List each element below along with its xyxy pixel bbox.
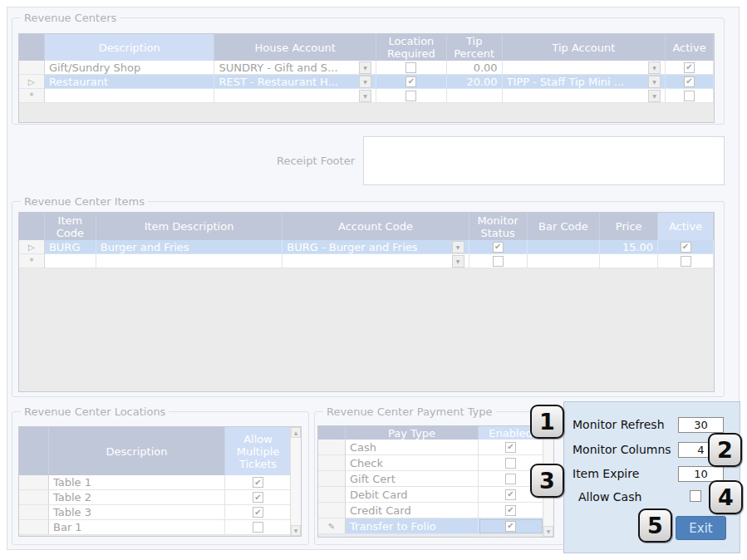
house-account-combo[interactable]: ▼ [214, 89, 376, 103]
row-selector[interactable] [19, 520, 49, 535]
checkbox[interactable]: ✔ [405, 91, 416, 101]
location-required-cell[interactable]: ✔ [376, 61, 447, 75]
description-cell[interactable] [45, 89, 215, 103]
location-description-cell[interactable]: Table 2 [49, 490, 225, 505]
account-code-combo[interactable]: BURG - Burger and Fries▼ [283, 240, 469, 254]
monitor-status-cell[interactable]: ✔ [469, 240, 528, 254]
active-cell[interactable]: ✔ [658, 254, 714, 268]
item-description-cell[interactable]: Burger and Fries [96, 240, 283, 254]
enabled-cell[interactable]: ✔ [479, 440, 543, 455]
enabled-cell[interactable]: ✔ [479, 503, 543, 518]
tip-percent-cell[interactable] [447, 89, 503, 103]
location-description-cell[interactable]: Table 1 [49, 475, 225, 490]
location-required-cell[interactable]: ✔ [376, 75, 447, 89]
item-code-cell[interactable]: BURG [45, 240, 96, 254]
pay-type-cell[interactable]: Check [346, 455, 479, 471]
account-code-combo[interactable]: ▼ [283, 254, 469, 268]
checkbox[interactable]: ✔ [684, 62, 695, 73]
bar-code-cell[interactable] [528, 254, 601, 268]
row-selector[interactable] [19, 505, 49, 520]
checkbox[interactable]: ✔ [505, 442, 516, 453]
house-account-combo[interactable]: REST - Restaurant H...▼ [214, 75, 376, 89]
row-selector[interactable] [318, 440, 346, 455]
price-cell[interactable] [600, 254, 658, 268]
dropdown-icon[interactable]: ▼ [648, 76, 661, 88]
allow-cash-checkbox[interactable]: ✔ [690, 490, 701, 502]
price-cell[interactable]: 15.00 [600, 240, 658, 254]
tip-account-combo[interactable]: ▼ [503, 89, 666, 103]
row-edit-indicator[interactable]: ✎ [318, 518, 346, 534]
item-description-cell[interactable] [96, 254, 283, 268]
row-selector[interactable] [318, 487, 346, 503]
allow-multiple-cell[interactable]: ✔ [225, 520, 292, 535]
scroll-down-icon[interactable]: ▼ [291, 525, 301, 536]
row-selector[interactable] [19, 61, 45, 75]
checkbox[interactable]: ✔ [253, 492, 263, 503]
dropdown-icon[interactable]: ▼ [648, 90, 661, 102]
pay-type-cell[interactable]: Debit Card [346, 487, 479, 503]
tip-percent-cell[interactable]: 20.00 [447, 75, 503, 89]
dropdown-icon[interactable]: ▼ [359, 76, 371, 88]
checkbox[interactable]: ✔ [405, 62, 416, 73]
description-cell[interactable]: Restaurant [45, 75, 215, 89]
enabled-cell-focused[interactable]: ✔ [479, 518, 543, 534]
checkbox[interactable]: ✔ [505, 489, 516, 500]
new-row-selector[interactable]: * [19, 254, 45, 268]
description-cell[interactable]: Gift/Sundry Shop [45, 61, 215, 75]
checkbox[interactable]: ✔ [505, 474, 516, 484]
scroll-up-icon[interactable]: ▲ [291, 427, 301, 438]
tip-percent-cell[interactable]: 0.00 [447, 61, 503, 75]
exit-button[interactable]: Exit [676, 516, 726, 540]
dropdown-icon[interactable]: ▼ [359, 61, 371, 74]
tip-account-combo[interactable]: TIPP - Staff Tip Mini ...▼ [503, 75, 666, 89]
monitor-refresh-input[interactable] [678, 417, 724, 433]
scroll-down-icon[interactable]: ▼ [543, 526, 553, 537]
row-selector[interactable] [19, 490, 49, 505]
row-selector-current[interactable]: ▷ [19, 75, 45, 89]
item-code-cell[interactable] [45, 254, 96, 268]
active-cell[interactable]: ✔ [658, 240, 714, 254]
checkbox[interactable]: ✔ [253, 507, 263, 518]
pay-type-cell[interactable]: Cash [346, 440, 479, 455]
locations-scrollbar[interactable]: ▲ ▼ [290, 427, 301, 536]
checkbox[interactable]: ✔ [253, 477, 263, 488]
checkbox[interactable]: ✔ [505, 458, 516, 469]
checkbox[interactable]: ✔ [493, 256, 504, 267]
dropdown-icon[interactable]: ▼ [452, 255, 464, 268]
bar-code-cell[interactable] [528, 240, 601, 254]
checkbox[interactable]: ✔ [493, 242, 504, 253]
location-required-cell[interactable]: ✔ [376, 89, 447, 103]
row-selector-current[interactable]: ▷ [19, 240, 45, 254]
row-selector[interactable] [19, 475, 49, 490]
active-cell[interactable]: ✔ [666, 61, 714, 75]
house-account-combo[interactable]: SUNDRY - Gift and S...▼ [214, 61, 376, 75]
pay-type-cell[interactable]: Credit Card [346, 503, 479, 518]
active-cell[interactable]: ✔ [666, 75, 714, 89]
receipt-footer-input[interactable] [363, 136, 725, 185]
pay-type-cell[interactable]: Transfer to Folio [346, 518, 479, 534]
checkbox[interactable]: ✔ [681, 242, 691, 253]
monitor-status-cell[interactable]: ✔ [469, 254, 528, 268]
row-selector[interactable] [318, 455, 346, 471]
new-row-selector[interactable]: * [19, 89, 45, 103]
active-cell[interactable]: ✔ [666, 89, 714, 103]
dropdown-icon[interactable]: ▼ [452, 241, 464, 253]
checkbox[interactable]: ✔ [681, 256, 691, 267]
allow-multiple-cell[interactable]: ✔ [225, 505, 292, 520]
checkbox[interactable]: ✔ [253, 522, 263, 533]
pay-type-cell[interactable]: Gift Cert [346, 471, 479, 487]
checkbox[interactable]: ✔ [505, 505, 516, 516]
row-selector[interactable] [318, 503, 346, 518]
location-description-cell[interactable]: Bar 1 [49, 520, 225, 535]
tip-account-combo[interactable]: ▼ [503, 61, 666, 75]
checkbox[interactable]: ✔ [684, 76, 695, 87]
location-description-cell[interactable]: Table 3 [49, 505, 225, 520]
checkbox[interactable]: ✔ [684, 91, 695, 101]
checkbox[interactable]: ✔ [405, 76, 416, 87]
allow-multiple-cell[interactable]: ✔ [225, 490, 292, 505]
dropdown-icon[interactable]: ▼ [648, 61, 661, 74]
allow-multiple-cell[interactable]: ✔ [225, 475, 292, 490]
row-selector[interactable] [318, 471, 346, 487]
checkbox[interactable]: ✔ [505, 521, 516, 532]
dropdown-icon[interactable]: ▼ [359, 90, 371, 102]
